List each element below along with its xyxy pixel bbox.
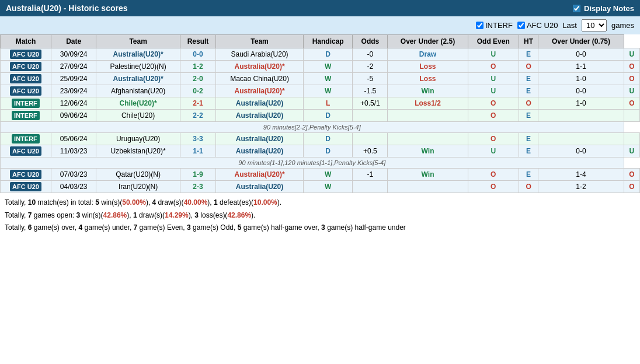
team2-name: Australia(U20)* — [216, 61, 304, 73]
team1-name: Palestine(U20)(N) — [96, 61, 180, 73]
table-row: AFC U2025/09/24Australia(U20)*2-0Macao C… — [1, 73, 640, 85]
team2-name: Australia(U20) — [216, 181, 304, 193]
s2-mid1: games open: — [32, 211, 76, 219]
match-label: AFC U20 — [1, 145, 51, 158]
ht-score: 0-0 — [538, 48, 624, 61]
odd-even: E — [519, 73, 538, 85]
ou075: O — [624, 97, 639, 110]
match-odds: Win — [388, 169, 468, 181]
match-wdl: D — [303, 145, 353, 158]
afc-label: AFC U20 — [527, 21, 558, 30]
s3-mid4: game(s) Odd, — [191, 223, 238, 232]
col-odds: Odds — [353, 35, 388, 48]
odd-even: O — [519, 61, 538, 73]
odd-even: E — [519, 85, 538, 97]
ht-score — [538, 133, 624, 145]
match-handicap: -0 — [353, 48, 388, 61]
match-score: 0-2 — [180, 85, 215, 97]
ou25: O — [468, 97, 519, 110]
display-notes-label: Display Notes — [584, 4, 634, 13]
match-handicap: +0.5 — [353, 145, 388, 158]
match-wdl: W — [303, 61, 353, 73]
ht-score: 1-0 — [538, 73, 624, 85]
s3-odd: 3 — [187, 223, 191, 232]
team2-name: Saudi Arabia(U20) — [216, 48, 304, 61]
match-odds — [388, 133, 468, 145]
ht-score: 1-0 — [538, 97, 624, 110]
team1-name: Uzbekistan(U20)* — [96, 145, 180, 158]
match-date: 23/09/24 — [51, 85, 96, 97]
s1-draws-pct: 40.00% — [184, 198, 208, 206]
s1-mid1: match(es) in total: — [36, 198, 95, 206]
match-label: AFC U20 — [1, 169, 51, 181]
match-handicap: +0.5/1 — [353, 97, 388, 110]
team2-name: Australia(U20) — [216, 110, 304, 122]
match-date: 09/06/24 — [51, 110, 96, 122]
s3-mid2: game(s) under, — [82, 223, 133, 232]
header: Australia(U20) - Historic scores Display… — [0, 0, 640, 16]
s1-defeats: 1 — [214, 198, 218, 206]
display-notes-checkbox[interactable] — [573, 5, 580, 12]
table-header-row: Match Date Team Result Team Handicap Odd… — [1, 35, 640, 48]
team2-name: Macao China(U20) — [216, 73, 304, 85]
match-date: 12/06/24 — [51, 97, 96, 110]
s2-mid3: draw(s)( — [137, 211, 165, 219]
match-wdl: D — [303, 48, 353, 61]
ou075 — [624, 133, 639, 145]
match-wdl: W — [303, 85, 353, 97]
match-score: 2-3 — [180, 181, 215, 193]
interf-checkbox[interactable] — [476, 22, 484, 29]
odd-even: E — [519, 110, 538, 122]
games-label: games — [611, 21, 634, 30]
match-score: 0-0 — [180, 48, 215, 61]
afc-filter[interactable]: AFC U20 — [517, 21, 558, 30]
filter-row: INTERF AFC U20 Last 10 5 15 20 25 30 gam… — [0, 16, 640, 34]
match-date: 25/09/24 — [51, 73, 96, 85]
games-select[interactable]: 10 5 15 20 25 30 — [582, 19, 607, 32]
team1-name: Australia(U20)* — [96, 73, 180, 85]
match-score: 1-2 — [180, 61, 215, 73]
note-text: 90 minutes[1-1],120 minutes[1-1],Penalty… — [1, 158, 624, 169]
team2-name: Australia(U20)* — [216, 85, 304, 97]
odd-even: E — [519, 48, 538, 61]
ou075: O — [624, 181, 639, 193]
match-date: 07/03/23 — [51, 169, 96, 181]
match-handicap: -1 — [353, 169, 388, 181]
match-score: 3-3 — [180, 133, 215, 145]
match-date: 04/03/23 — [51, 181, 96, 193]
odd-even: O — [519, 97, 538, 110]
table-row: AFC U2007/03/23Qatar(U20)(N)1-9Australia… — [1, 169, 640, 181]
match-score: 2-2 — [180, 110, 215, 122]
s1-total: 10 — [28, 198, 36, 206]
ou25: O — [468, 61, 519, 73]
match-odds: Loss — [388, 61, 468, 73]
match-date: 05/06/24 — [51, 133, 96, 145]
ou25: U — [468, 85, 519, 97]
s2-draws: 1 — [133, 211, 137, 219]
afc-checkbox[interactable] — [517, 22, 525, 29]
s1-wins-pct: 50.00% — [122, 198, 146, 206]
match-date: 11/03/23 — [51, 145, 96, 158]
interf-label: INTERF — [485, 21, 513, 30]
col-ou25: Over Under (2.5) — [388, 35, 468, 48]
ou075: O — [624, 169, 639, 181]
odd-even: E — [519, 169, 538, 181]
match-date: 27/09/24 — [51, 61, 96, 73]
ou25: U — [468, 48, 519, 61]
s1-mid2: win(s)( — [99, 198, 122, 206]
interf-filter[interactable]: INTERF — [476, 21, 513, 30]
table-row: AFC U2023/09/24Afghanistan(U20)0-2Austra… — [1, 85, 640, 97]
s3-mid1: game(s) over, — [32, 223, 78, 232]
col-result: Result — [180, 35, 215, 48]
team2-name: Australia(U20) — [216, 145, 304, 158]
header-right: Display Notes — [573, 4, 634, 13]
ou075: U — [624, 85, 639, 97]
match-date: 30/09/24 — [51, 48, 96, 61]
match-wdl: W — [303, 169, 353, 181]
last-label: Last — [562, 21, 577, 30]
match-odds: Win — [388, 85, 468, 97]
match-wdl: D — [303, 110, 353, 122]
team2-name: Australia(U20)* — [216, 169, 304, 181]
ou075: O — [624, 61, 639, 73]
ou25: U — [468, 145, 519, 158]
